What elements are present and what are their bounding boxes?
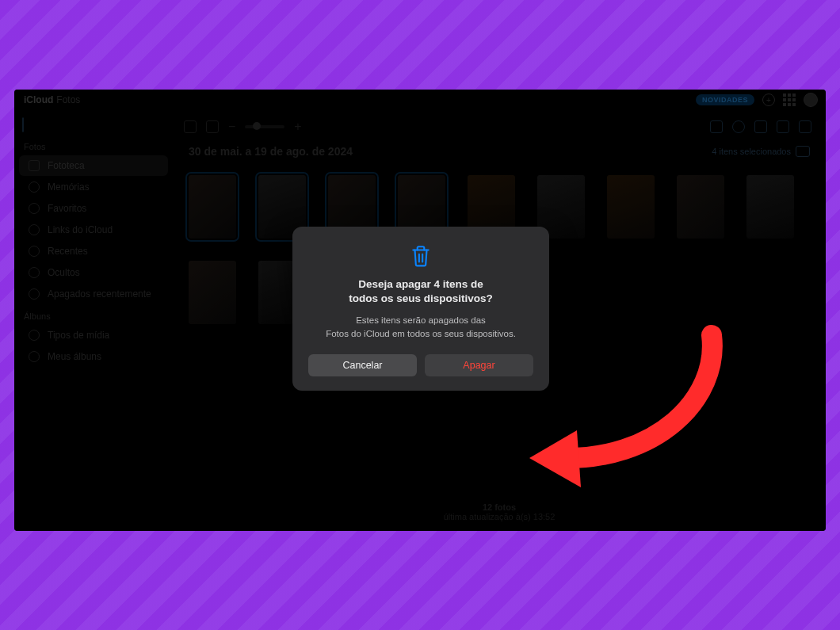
dialog-message: Estes itens serão apagados das Fotos do … bbox=[308, 314, 533, 339]
dialog-message-line: Estes itens serão apagados das bbox=[356, 315, 486, 325]
dialog-message-line: Fotos do iCloud em todos os seus disposi… bbox=[326, 329, 516, 338]
delete-confirm-dialog: Deseja apagar 4 itens de todos os seus d… bbox=[292, 227, 549, 391]
app-window: iCloud Fotos NOVIDADES + Fotos Fototeca … bbox=[14, 90, 826, 531]
dialog-title-line: todos os seus dispositivos? bbox=[349, 292, 493, 304]
dialog-title-line: Deseja apagar 4 itens de bbox=[358, 278, 483, 290]
dialog-buttons: Cancelar Apagar bbox=[308, 354, 533, 376]
delete-button[interactable]: Apagar bbox=[425, 354, 533, 376]
dialog-title: Deseja apagar 4 itens de todos os seus d… bbox=[308, 277, 533, 306]
cancel-button[interactable]: Cancelar bbox=[308, 354, 417, 376]
trash-icon bbox=[308, 244, 533, 268]
